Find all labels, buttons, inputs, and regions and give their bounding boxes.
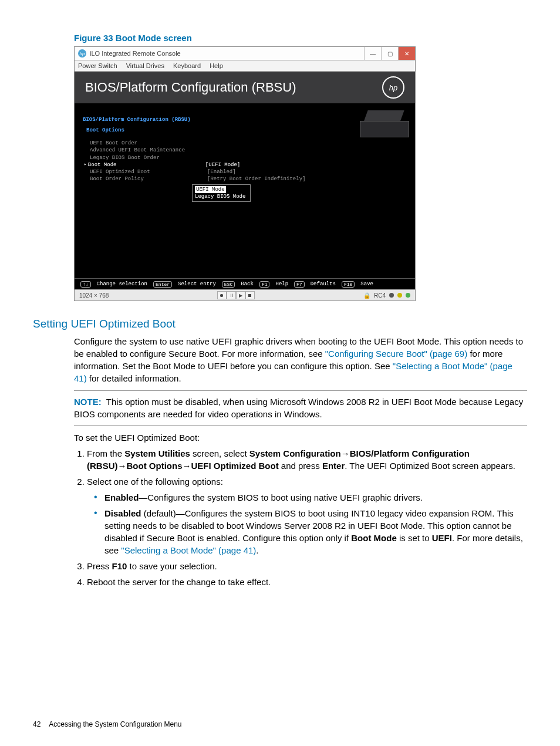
- footer-title: Accessing the System Configuration Menu: [49, 720, 181, 728]
- steps-list: From the System Utilities screen, select…: [74, 447, 527, 588]
- menu-help[interactable]: Help: [210, 62, 223, 69]
- bios-option-list: UEFI Boot Order Advanced UEFI Boot Maint…: [90, 140, 407, 183]
- menu-keyboard[interactable]: Keyboard: [173, 62, 201, 69]
- page-number: 42: [33, 720, 41, 728]
- menu-virtual-drives[interactable]: Virtual Drives: [126, 62, 164, 69]
- window-titlebar: hp iLO Integrated Remote Console — ▢ ✕: [75, 47, 415, 60]
- hp-badge-icon: hp: [382, 76, 404, 99]
- key-enter: Enter: [153, 281, 172, 288]
- key-f1: F1: [259, 281, 270, 288]
- option-disabled: Disabled (default)—Configures the system…: [104, 507, 527, 556]
- menubar: Power Switch Virtual Drives Keyboard Hel…: [75, 60, 415, 72]
- maximize-button[interactable]: ▢: [381, 47, 398, 60]
- section-heading: Setting UEFI Optimized Boot: [33, 318, 527, 330]
- option-enabled: Enabled—Configures the system BIOS to bo…: [104, 491, 527, 504]
- server-illustration: [360, 110, 408, 137]
- step-3: Press F10 to save your selection.: [87, 560, 527, 572]
- boot-mode-popup[interactable]: UEFI Mode Legacy BIOS Mode: [192, 184, 251, 202]
- intro-paragraph: Configure the system to use native UEFI …: [74, 335, 527, 384]
- close-button[interactable]: ✕: [398, 47, 415, 60]
- note-block: NOTE: This option must be disabled, when…: [74, 390, 527, 426]
- lock-icon: 🔒: [363, 292, 370, 299]
- bios-option[interactable]: UEFI Optimized Boot [Enabled]: [90, 168, 407, 175]
- ilo-window: hp iLO Integrated Remote Console — ▢ ✕ P…: [74, 46, 416, 301]
- note-text: This option must be disabled, when using…: [74, 397, 523, 419]
- status-dot: [397, 293, 402, 298]
- popup-option-selected[interactable]: UEFI Mode: [195, 186, 226, 193]
- window-title: iLO Integrated Remote Console: [90, 50, 181, 57]
- bios-option[interactable]: Boot Order Policy [Retry Boot Order Inde…: [90, 175, 407, 183]
- stop-button[interactable]: ⏹: [245, 291, 255, 299]
- bios-option-selected[interactable]: Boot Mode [UEFI Mode]: [90, 161, 407, 168]
- bios-option[interactable]: UEFI Boot Order: [90, 140, 407, 147]
- link-secure-boot[interactable]: "Configuring Secure Boot" (page 69): [325, 349, 467, 359]
- status-dot: [406, 293, 410, 298]
- note-label: NOTE:: [74, 397, 102, 407]
- rec-button[interactable]: ⏺: [217, 291, 227, 299]
- minimize-button[interactable]: —: [364, 47, 381, 60]
- statusbar: 1024 × 768 ⏺ ⏸ ▶ ⏹ 🔒 RC4: [75, 289, 415, 301]
- page-footer: 42Accessing the System Configuration Men…: [33, 720, 181, 728]
- status-dot: [389, 293, 394, 298]
- bios-header: BIOS/Platform Configuration (RBSU) hp: [75, 72, 415, 103]
- figure-caption: Figure 33 Boot Mode screen: [74, 33, 527, 43]
- popup-option[interactable]: Legacy BIOS Mode: [195, 193, 245, 200]
- bios-key-hints: ↑↓Change selection EnterSelect entry ESC…: [75, 278, 415, 290]
- step-1: From the System Utilities screen, select…: [87, 447, 527, 472]
- step-4: Reboot the server for the change to take…: [87, 576, 527, 588]
- key-esc: ESC: [222, 281, 235, 288]
- key-f10: F10: [342, 281, 355, 288]
- bios-option[interactable]: Legacy BIOS Boot Order: [90, 154, 407, 161]
- playback-controls: ⏺ ⏸ ▶ ⏹: [217, 291, 255, 299]
- pause-button[interactable]: ⏸: [227, 291, 236, 299]
- play-button[interactable]: ▶: [236, 291, 245, 299]
- step-2: Select one of the following options: Ena…: [87, 475, 527, 556]
- key-f7: F7: [294, 281, 305, 288]
- breadcrumb-lvl1: BIOS/Platform Configuration (RBSU): [83, 116, 407, 123]
- status-resolution: 1024 × 768: [79, 292, 109, 299]
- bios-title: BIOS/Platform Configuration (RBSU): [85, 80, 296, 95]
- hp-icon: hp: [78, 49, 86, 58]
- link-boot-mode-2[interactable]: "Selecting a Boot Mode" (page 41): [121, 545, 256, 555]
- status-enc: RC4: [374, 292, 386, 299]
- bios-option[interactable]: Advanced UEFI Boot Maintenance: [90, 147, 407, 154]
- key-arrows: ↑↓: [80, 281, 91, 288]
- lead-text: To set the UEFI Optimized Boot:: [74, 431, 527, 444]
- breadcrumb-lvl2: Boot Options: [86, 127, 407, 134]
- menu-power-switch[interactable]: Power Switch: [78, 62, 117, 69]
- bios-screen: BIOS/Platform Configuration (RBSU) hp BI…: [75, 72, 415, 301]
